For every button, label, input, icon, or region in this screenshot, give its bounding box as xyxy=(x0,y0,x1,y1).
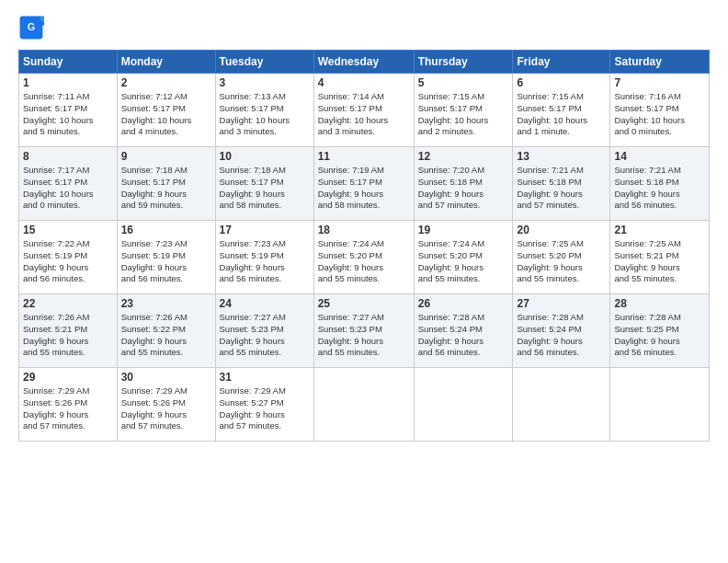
week-row-1: 1Sunrise: 7:11 AM Sunset: 5:17 PM Daylig… xyxy=(19,74,710,147)
week-row-5: 29Sunrise: 7:29 AM Sunset: 5:26 PM Dayli… xyxy=(19,368,710,442)
calendar-cell: 12Sunrise: 7:20 AM Sunset: 5:18 PM Dayli… xyxy=(414,147,513,221)
day-info: Sunrise: 7:18 AM Sunset: 5:17 PM Dayligh… xyxy=(121,165,211,212)
day-number: 9 xyxy=(121,150,211,163)
calendar-cell xyxy=(610,368,710,442)
column-header-thursday: Thursday xyxy=(414,51,513,74)
calendar-cell: 10Sunrise: 7:18 AM Sunset: 5:17 PM Dayli… xyxy=(215,147,313,221)
day-info: Sunrise: 7:29 AM Sunset: 5:26 PM Dayligh… xyxy=(121,385,211,432)
calendar-cell: 27Sunrise: 7:28 AM Sunset: 5:24 PM Dayli… xyxy=(513,294,610,368)
day-number: 30 xyxy=(121,371,211,384)
calendar-cell: 9Sunrise: 7:18 AM Sunset: 5:17 PM Daylig… xyxy=(117,147,215,221)
calendar-cell: 23Sunrise: 7:26 AM Sunset: 5:22 PM Dayli… xyxy=(117,294,215,368)
day-number: 17 xyxy=(220,224,310,236)
logo-icon: G xyxy=(18,15,44,40)
svg-text:G: G xyxy=(28,21,35,32)
day-info: Sunrise: 7:28 AM Sunset: 5:25 PM Dayligh… xyxy=(614,312,705,359)
day-info: Sunrise: 7:28 AM Sunset: 5:24 PM Dayligh… xyxy=(517,312,606,359)
calendar-cell: 29Sunrise: 7:29 AM Sunset: 5:26 PM Dayli… xyxy=(19,368,118,442)
day-info: Sunrise: 7:24 AM Sunset: 5:20 PM Dayligh… xyxy=(418,238,509,285)
calendar-cell: 17Sunrise: 7:23 AM Sunset: 5:19 PM Dayli… xyxy=(215,221,313,294)
day-info: Sunrise: 7:13 AM Sunset: 5:17 PM Dayligh… xyxy=(220,91,310,138)
day-number: 24 xyxy=(220,297,310,310)
calendar-cell xyxy=(513,368,610,442)
day-number: 10 xyxy=(220,150,310,163)
day-info: Sunrise: 7:12 AM Sunset: 5:17 PM Dayligh… xyxy=(121,91,211,138)
calendar-cell: 16Sunrise: 7:23 AM Sunset: 5:19 PM Dayli… xyxy=(117,221,215,294)
calendar-cell: 3Sunrise: 7:13 AM Sunset: 5:17 PM Daylig… xyxy=(215,74,313,147)
day-info: Sunrise: 7:23 AM Sunset: 5:19 PM Dayligh… xyxy=(220,238,310,285)
day-number: 23 xyxy=(121,297,211,310)
calendar-cell xyxy=(313,368,414,442)
day-info: Sunrise: 7:17 AM Sunset: 5:17 PM Dayligh… xyxy=(23,165,113,212)
day-number: 19 xyxy=(418,224,509,236)
day-info: Sunrise: 7:20 AM Sunset: 5:18 PM Dayligh… xyxy=(418,165,509,212)
day-info: Sunrise: 7:29 AM Sunset: 5:26 PM Dayligh… xyxy=(23,385,113,432)
calendar-body: 1Sunrise: 7:11 AM Sunset: 5:17 PM Daylig… xyxy=(19,74,710,442)
day-number: 2 xyxy=(121,76,211,89)
week-row-2: 8Sunrise: 7:17 AM Sunset: 5:17 PM Daylig… xyxy=(19,147,710,221)
calendar-cell: 20Sunrise: 7:25 AM Sunset: 5:20 PM Dayli… xyxy=(513,221,610,294)
day-number: 27 xyxy=(517,297,606,310)
day-number: 18 xyxy=(318,224,410,236)
day-number: 1 xyxy=(23,76,113,89)
day-number: 25 xyxy=(318,297,410,310)
day-info: Sunrise: 7:29 AM Sunset: 5:27 PM Dayligh… xyxy=(220,385,310,432)
day-number: 7 xyxy=(614,76,705,89)
day-info: Sunrise: 7:22 AM Sunset: 5:19 PM Dayligh… xyxy=(23,238,113,285)
calendar-cell: 1Sunrise: 7:11 AM Sunset: 5:17 PM Daylig… xyxy=(19,74,118,147)
calendar-cell: 2Sunrise: 7:12 AM Sunset: 5:17 PM Daylig… xyxy=(117,74,215,147)
calendar-cell: 31Sunrise: 7:29 AM Sunset: 5:27 PM Dayli… xyxy=(215,368,313,442)
day-info: Sunrise: 7:15 AM Sunset: 5:17 PM Dayligh… xyxy=(418,91,509,138)
header-row: SundayMondayTuesdayWednesdayThursdayFrid… xyxy=(19,51,710,74)
calendar-cell: 25Sunrise: 7:27 AM Sunset: 5:23 PM Dayli… xyxy=(313,294,414,368)
calendar-cell: 21Sunrise: 7:25 AM Sunset: 5:21 PM Dayli… xyxy=(610,221,710,294)
day-info: Sunrise: 7:27 AM Sunset: 5:23 PM Dayligh… xyxy=(318,312,410,359)
day-info: Sunrise: 7:16 AM Sunset: 5:17 PM Dayligh… xyxy=(614,91,705,138)
day-info: Sunrise: 7:25 AM Sunset: 5:21 PM Dayligh… xyxy=(614,238,705,285)
calendar-cell: 4Sunrise: 7:14 AM Sunset: 5:17 PM Daylig… xyxy=(313,74,414,147)
calendar-cell: 19Sunrise: 7:24 AM Sunset: 5:20 PM Dayli… xyxy=(414,221,513,294)
day-number: 4 xyxy=(318,76,410,89)
calendar-cell xyxy=(414,368,513,442)
day-number: 5 xyxy=(418,76,509,89)
calendar-cell: 11Sunrise: 7:19 AM Sunset: 5:17 PM Dayli… xyxy=(313,147,414,221)
day-number: 28 xyxy=(614,297,705,310)
column-header-saturday: Saturday xyxy=(610,51,710,74)
column-header-wednesday: Wednesday xyxy=(313,51,414,74)
day-info: Sunrise: 7:27 AM Sunset: 5:23 PM Dayligh… xyxy=(220,312,310,359)
calendar-cell: 14Sunrise: 7:21 AM Sunset: 5:18 PM Dayli… xyxy=(610,147,710,221)
day-info: Sunrise: 7:25 AM Sunset: 5:20 PM Dayligh… xyxy=(517,238,606,285)
day-number: 21 xyxy=(614,224,705,236)
page: G SundayMondayTuesdayWednesdayThursdayFr… xyxy=(0,0,728,563)
day-info: Sunrise: 7:19 AM Sunset: 5:17 PM Dayligh… xyxy=(318,165,410,212)
day-number: 12 xyxy=(418,150,509,163)
calendar-cell: 13Sunrise: 7:21 AM Sunset: 5:18 PM Dayli… xyxy=(513,147,610,221)
day-number: 29 xyxy=(23,371,113,384)
day-number: 22 xyxy=(23,297,113,310)
calendar-cell: 26Sunrise: 7:28 AM Sunset: 5:24 PM Dayli… xyxy=(414,294,513,368)
calendar-cell: 30Sunrise: 7:29 AM Sunset: 5:26 PM Dayli… xyxy=(117,368,215,442)
day-number: 6 xyxy=(517,76,606,89)
column-header-monday: Monday xyxy=(117,51,215,74)
day-info: Sunrise: 7:26 AM Sunset: 5:22 PM Dayligh… xyxy=(121,312,211,359)
day-number: 14 xyxy=(614,150,705,163)
week-row-3: 15Sunrise: 7:22 AM Sunset: 5:19 PM Dayli… xyxy=(19,221,710,294)
day-number: 16 xyxy=(121,224,211,236)
calendar-header: SundayMondayTuesdayWednesdayThursdayFrid… xyxy=(19,51,710,74)
day-number: 31 xyxy=(220,371,310,384)
column-header-friday: Friday xyxy=(513,51,610,74)
day-info: Sunrise: 7:21 AM Sunset: 5:18 PM Dayligh… xyxy=(614,165,705,212)
day-info: Sunrise: 7:21 AM Sunset: 5:18 PM Dayligh… xyxy=(517,165,606,212)
calendar-cell: 6Sunrise: 7:15 AM Sunset: 5:17 PM Daylig… xyxy=(513,74,610,147)
calendar: SundayMondayTuesdayWednesdayThursdayFrid… xyxy=(18,50,710,442)
calendar-cell: 5Sunrise: 7:15 AM Sunset: 5:17 PM Daylig… xyxy=(414,74,513,147)
day-info: Sunrise: 7:28 AM Sunset: 5:24 PM Dayligh… xyxy=(418,312,509,359)
column-header-sunday: Sunday xyxy=(19,51,118,74)
day-info: Sunrise: 7:15 AM Sunset: 5:17 PM Dayligh… xyxy=(517,91,606,138)
calendar-cell: 7Sunrise: 7:16 AM Sunset: 5:17 PM Daylig… xyxy=(610,74,710,147)
day-number: 20 xyxy=(517,224,606,236)
header: G xyxy=(18,15,710,40)
week-row-4: 22Sunrise: 7:26 AM Sunset: 5:21 PM Dayli… xyxy=(19,294,710,368)
calendar-cell: 8Sunrise: 7:17 AM Sunset: 5:17 PM Daylig… xyxy=(19,147,118,221)
day-number: 3 xyxy=(220,76,310,89)
